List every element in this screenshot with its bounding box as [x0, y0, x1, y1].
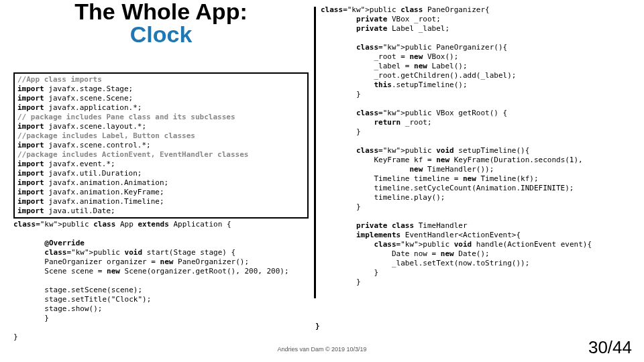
- imports-box: //App class imports import javafx.stage.…: [13, 72, 309, 219]
- title-line-2: Clock: [27, 23, 295, 46]
- left-column: //App class imports import javafx.stage.…: [13, 72, 309, 342]
- footer-text: Andries van Dam © 2019 10/3/19: [0, 346, 644, 353]
- app-class-code: class="kw">public class App extends Appl…: [13, 220, 309, 342]
- slide-title: The Whole App: Clock: [27, 0, 295, 46]
- pane-organizer-code: class="kw">public class PaneOrganizer{ p…: [321, 5, 636, 287]
- close-brace: }: [315, 322, 320, 330]
- right-column: class="kw">public class PaneOrganizer{ p…: [321, 5, 636, 287]
- title-line-1: The Whole App:: [27, 0, 295, 23]
- page-number: 30/44: [588, 337, 632, 358]
- column-divider: [314, 7, 316, 298]
